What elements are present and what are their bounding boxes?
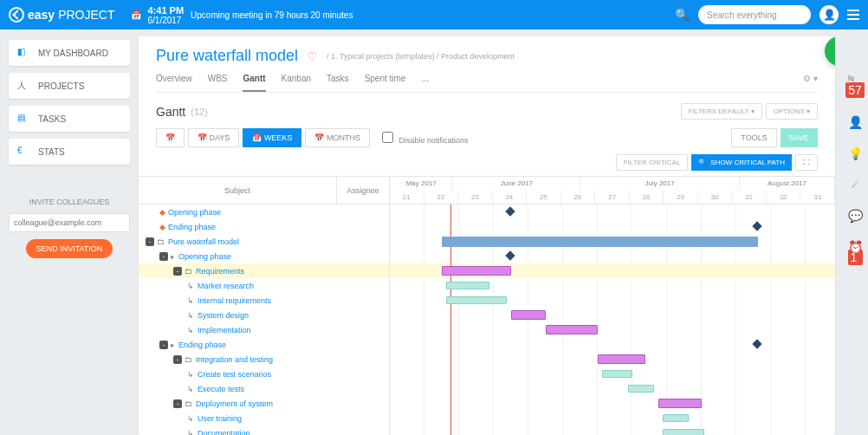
- calendar-icon[interactable]: 📅: [131, 10, 141, 20]
- avatar[interactable]: 👤: [819, 5, 839, 24]
- dashboard-icon: ◧: [17, 47, 29, 59]
- week-header: 30: [698, 191, 733, 205]
- logo[interactable]: easyPROJECT: [9, 7, 115, 23]
- gantt-bar[interactable]: [446, 282, 489, 289]
- search-icon[interactable]: 🔍: [675, 8, 690, 22]
- gear-icon[interactable]: ⚙ ▾: [803, 74, 818, 92]
- gantt-bar[interactable]: [546, 325, 598, 334]
- show-critical-path-button[interactable]: 🔍 SHOW CRITICAL PATH: [691, 154, 792, 171]
- invite-title: INVITE COLLEAGUES: [9, 198, 130, 206]
- brand-bold: easy: [28, 8, 55, 22]
- gantt-bar[interactable]: [598, 354, 645, 364]
- week-header: 29: [664, 191, 698, 205]
- week-header: 23: [458, 191, 493, 205]
- week-header: 33: [800, 191, 835, 205]
- options-dropdown[interactable]: OPTIONS ▾: [766, 103, 818, 120]
- gantt-bar[interactable]: [602, 370, 632, 378]
- expand-button[interactable]: ⛶: [795, 154, 818, 171]
- tools-button[interactable]: TOOLS: [731, 128, 776, 147]
- sidebar-item-dashboard[interactable]: ◧MY DASHBOARD: [9, 40, 130, 66]
- column-subject[interactable]: Subject: [139, 177, 337, 204]
- sidebar-item-stats[interactable]: €STATS: [9, 139, 130, 165]
- breadcrumb[interactable]: / 1. Typical projects (templates) / Prod…: [327, 52, 515, 61]
- week-header: 21: [390, 191, 424, 205]
- filter-critical-button[interactable]: FILTER CRITICAL: [616, 154, 689, 171]
- tree-row[interactable]: ↳Create test scenarios: [139, 367, 389, 381]
- user-icon[interactable]: 👤: [848, 115, 863, 129]
- tab-overview[interactable]: Overview: [156, 74, 192, 92]
- time-value: 4:41 PM: [148, 5, 185, 16]
- week-header: 25: [527, 191, 561, 205]
- gantt-bar[interactable]: [658, 399, 702, 408]
- month-header: May 2017: [390, 177, 453, 191]
- month-header: August 2017: [740, 177, 835, 191]
- tree-row[interactable]: -🗀Integration and testing: [139, 352, 389, 367]
- days-button[interactable]: 📅 DAYS: [188, 128, 239, 147]
- projects-icon: 人: [17, 80, 29, 92]
- filters-dropdown[interactable]: FILTERS DEFAULT ▾: [681, 103, 762, 120]
- tree-row[interactable]: ◆Opening phase: [139, 205, 389, 219]
- tab-gantt[interactable]: Gantt: [243, 74, 265, 92]
- favorite-icon[interactable]: ♡: [307, 49, 318, 63]
- flag-icon[interactable]: ⚑57: [845, 73, 865, 98]
- sidebar-item-projects[interactable]: 人PROJECTS: [9, 73, 130, 99]
- gantt-bar[interactable]: [442, 266, 511, 276]
- brand-thin: PROJECT: [58, 8, 114, 22]
- clock-icon[interactable]: ⏰1: [848, 240, 863, 265]
- bulb-icon[interactable]: 💡: [848, 146, 863, 160]
- disable-notifications[interactable]: Disable notifications: [379, 132, 469, 145]
- week-header: 22: [424, 191, 459, 205]
- gantt-bar-project[interactable]: [442, 237, 758, 247]
- tab-more[interactable]: ...: [421, 74, 428, 92]
- tree-row[interactable]: ↳User training: [139, 411, 389, 425]
- topbar-time: 📅 4:41 PM 6/1/2017 Upcoming meeting in 7…: [131, 5, 353, 25]
- calendar-button[interactable]: 📅: [156, 128, 185, 147]
- menu-icon[interactable]: [847, 10, 859, 20]
- gantt-chart: Subject Assignee ◆Opening phase◆Ending p…: [139, 176, 835, 435]
- tab-kanban[interactable]: Kanban: [282, 74, 311, 92]
- sidebar-item-tasks[interactable]: ▤TASKS: [9, 106, 130, 132]
- tab-wbs[interactable]: WBS: [208, 74, 228, 92]
- stats-icon: €: [17, 146, 29, 158]
- week-header: 26: [561, 191, 596, 205]
- tree-row[interactable]: ↳Implementation: [139, 322, 389, 337]
- tree-row[interactable]: -🗀Pure waterfall model: [139, 234, 389, 249]
- tasks-icon: ▤: [17, 113, 29, 125]
- week-header: 31: [732, 191, 767, 205]
- date-value: 6/1/2017: [148, 16, 185, 25]
- save-button[interactable]: SAVE: [781, 128, 818, 147]
- month-header: July 2017: [580, 177, 740, 191]
- months-button[interactable]: 📅 MONTHS: [305, 128, 370, 147]
- gantt-bar[interactable]: [511, 310, 546, 320]
- week-header: 24: [493, 191, 528, 205]
- tree-row[interactable]: -🗀Deployment of system: [139, 396, 389, 411]
- check-icon[interactable]: ✓: [850, 178, 860, 192]
- week-header: 27: [595, 191, 630, 205]
- gantt-bar[interactable]: [663, 414, 689, 422]
- weeks-button[interactable]: 📅 WEEKS: [243, 128, 301, 147]
- tab-tasks[interactable]: Tasks: [327, 74, 349, 92]
- week-header: 28: [630, 191, 664, 205]
- chat-icon[interactable]: 💬: [848, 209, 863, 223]
- search-input[interactable]: Search everything: [698, 5, 811, 24]
- tree-row[interactable]: ↳System design: [139, 308, 389, 322]
- tree-row[interactable]: -🗀Requirements: [139, 263, 389, 278]
- tree-row[interactable]: -▸Opening phase: [139, 249, 389, 263]
- tree-row[interactable]: ↳Documentation: [139, 425, 389, 435]
- send-invitation-button[interactable]: SEND INVITATION: [26, 239, 113, 258]
- sidebar: ◧MY DASHBOARD 人PROJECTS ▤TASKS €STATS IN…: [0, 29, 139, 435]
- gantt-bar[interactable]: [446, 296, 507, 304]
- invite-input[interactable]: [9, 213, 130, 232]
- tree-row[interactable]: ◆Ending phase: [139, 219, 389, 234]
- tree-row[interactable]: -▸Ending phase: [139, 337, 389, 352]
- gantt-bar[interactable]: [663, 429, 704, 435]
- tab-spent-time[interactable]: Spent time: [365, 74, 406, 92]
- week-header: 32: [767, 191, 801, 205]
- gantt-bar[interactable]: [628, 385, 654, 393]
- tree-row[interactable]: ↳Market research: [139, 278, 389, 293]
- column-assignee[interactable]: Assignee: [337, 177, 389, 204]
- tree-row[interactable]: ↳Internal requirements: [139, 293, 389, 308]
- topbar: easyPROJECT 📅 4:41 PM 6/1/2017 Upcoming …: [0, 0, 868, 29]
- tree-row[interactable]: ↳Execute tests: [139, 381, 389, 396]
- tabs: Overview WBS Gantt Kanban Tasks Spent ti…: [156, 74, 818, 93]
